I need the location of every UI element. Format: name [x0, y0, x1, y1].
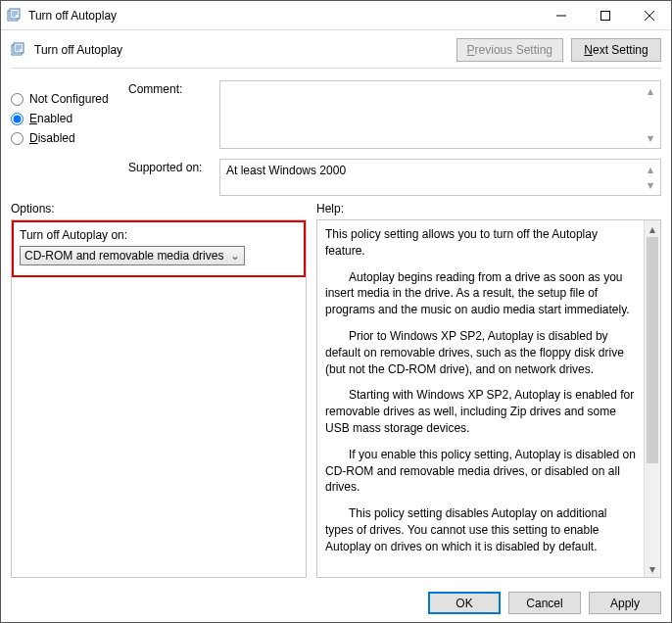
help-header: Help: [316, 202, 344, 216]
scroll-track[interactable] [645, 237, 660, 560]
maximize-button[interactable] [583, 1, 627, 29]
scroll-thumb[interactable] [647, 237, 658, 463]
titlebar: Turn off Autoplay [1, 1, 671, 30]
ok-button[interactable]: OK [428, 592, 501, 614]
comment-label: Comment: [128, 80, 212, 96]
radio-label: Disabled [29, 131, 75, 145]
radio-not-configured-input[interactable] [11, 93, 24, 106]
help-p5: If you enable this policy setting, Autop… [325, 447, 636, 496]
help-p2: Autoplay begins reading from a drive as … [325, 269, 636, 318]
radio-disabled-input[interactable] [11, 132, 24, 145]
scroll-up-icon[interactable]: ▴ [643, 162, 658, 177]
options-panel: Turn off Autoplay on: CD-ROM and removab… [11, 219, 307, 578]
scroll-down-icon[interactable]: ▾ [645, 560, 660, 577]
comment-textarea[interactable]: ▴ ▾ [219, 80, 661, 149]
columns-header: Options: Help: [1, 200, 671, 219]
svg-rect-2 [600, 11, 609, 20]
minimize-button[interactable] [539, 1, 583, 29]
upper-section: Not Configured Enabled Disabled Comment:… [1, 74, 671, 200]
policy-icon [11, 42, 26, 58]
help-p4: Starting with Windows XP SP2, Autoplay i… [325, 387, 636, 436]
options-highlighted-area: Turn off Autoplay on: CD-ROM and removab… [12, 220, 306, 277]
help-panel: This policy setting allows you to turn o… [316, 219, 661, 578]
gpedit-policy-window: Turn off Autoplay Turn off Autoplay Prev… [0, 0, 672, 623]
separator [11, 68, 661, 69]
close-button[interactable] [627, 1, 671, 29]
radio-enabled[interactable]: Enabled [11, 112, 119, 125]
footer-buttons: OK Cancel Apply [1, 584, 671, 622]
next-setting-button[interactable]: Next Setting [571, 38, 661, 62]
radio-label: Not Configured [29, 92, 109, 106]
scroll-down-icon[interactable]: ▾ [643, 177, 658, 193]
radio-disabled[interactable]: Disabled [11, 131, 119, 145]
supported-on-text: At least Windows 2000 [226, 164, 346, 177]
options-header: Options: [11, 202, 316, 216]
fields: Comment: ▴ ▾ Supported on: At least Wind… [128, 80, 661, 196]
help-p3: Prior to Windows XP SP2, Autoplay is dis… [325, 328, 636, 377]
dropdown-selected-value: CD-ROM and removable media drives [24, 249, 223, 263]
scroll-up-icon[interactable]: ▴ [643, 83, 658, 99]
supported-label: Supported on: [128, 159, 212, 174]
radio-not-configured[interactable]: Not Configured [11, 92, 119, 106]
chevron-down-icon: ⌄ [230, 249, 240, 263]
apply-button[interactable]: Apply [589, 592, 661, 614]
policy-title: Turn off Autoplay [34, 43, 449, 57]
lower-section: Turn off Autoplay on: CD-ROM and removab… [1, 219, 671, 584]
state-radios: Not Configured Enabled Disabled [11, 80, 119, 196]
radio-enabled-input[interactable] [11, 113, 24, 125]
window-title: Turn off Autoplay [28, 9, 539, 23]
help-p6: This policy setting disables Autoplay on… [325, 505, 636, 554]
app-icon [7, 8, 23, 24]
help-scrollbar[interactable]: ▴ ▾ [644, 220, 660, 577]
cancel-button[interactable]: Cancel [508, 592, 581, 614]
help-p1: This policy setting allows you to turn o… [325, 226, 636, 260]
scroll-up-icon[interactable]: ▴ [645, 220, 660, 237]
supported-on-box: At least Windows 2000 ▴ ▾ [219, 159, 661, 196]
radio-label: Enabled [29, 112, 72, 125]
header-row: Turn off Autoplay Previous Setting Next … [1, 30, 671, 66]
help-text: This policy setting allows you to turn o… [317, 220, 644, 577]
scroll-down-icon[interactable]: ▾ [643, 130, 658, 146]
option-field-label: Turn off Autoplay on: [20, 228, 298, 242]
previous-setting-button: Previous Setting [456, 38, 563, 62]
autoplay-target-dropdown[interactable]: CD-ROM and removable media drives ⌄ [20, 246, 245, 265]
